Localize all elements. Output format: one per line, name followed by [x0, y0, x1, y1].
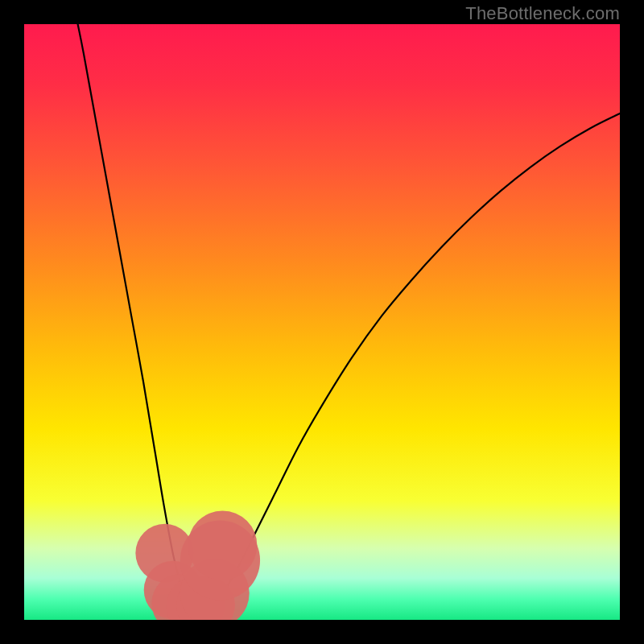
gradient-background — [24, 24, 620, 620]
chart-svg — [24, 24, 620, 620]
marker-group — [135, 511, 260, 620]
plot-area — [24, 24, 620, 620]
data-marker — [188, 511, 257, 580]
watermark-text: TheBottleneck.com — [465, 3, 620, 24]
outer-frame: TheBottleneck.com — [0, 0, 644, 644]
